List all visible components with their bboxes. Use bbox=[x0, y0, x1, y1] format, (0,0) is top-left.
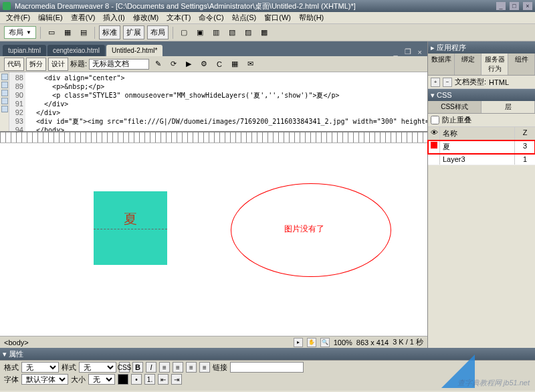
mode-standard[interactable]: 标准 bbox=[99, 25, 120, 39]
layer-name: 夏 bbox=[440, 140, 515, 153]
italic-button[interactable]: I bbox=[146, 362, 156, 373]
name-column-header[interactable]: 名称 bbox=[440, 127, 515, 140]
tool-icon[interactable]: ▭ bbox=[45, 26, 58, 39]
tab-css-styles[interactable]: CSS样式 bbox=[428, 101, 481, 113]
toolbar-icon[interactable]: ▶ bbox=[182, 58, 195, 71]
zoom-level[interactable]: 100% bbox=[334, 338, 352, 347]
z-column-header[interactable]: Z bbox=[515, 127, 535, 140]
menu-text[interactable]: 文本(T) bbox=[163, 12, 194, 23]
css-panel-header[interactable]: ▾ CSS bbox=[428, 89, 535, 101]
view-code-button[interactable]: 代码 bbox=[4, 58, 24, 71]
toolbar-icon[interactable]: ✉ bbox=[243, 58, 257, 71]
minus-icon[interactable]: − bbox=[443, 78, 452, 87]
indent-icon[interactable]: ⇥ bbox=[171, 374, 182, 385]
zoom-tool-icon[interactable]: 🔍 bbox=[320, 338, 330, 347]
menu-site[interactable]: 站点(S) bbox=[229, 12, 260, 23]
tool-icon[interactable]: ▣ bbox=[193, 26, 207, 39]
gutter-icon[interactable] bbox=[1, 106, 8, 112]
css-button[interactable]: CSS bbox=[119, 362, 130, 373]
code-editor[interactable]: <div align="center"> <p>&nbsp;</p> <p cl… bbox=[25, 72, 427, 131]
align-left-icon[interactable]: ≡ bbox=[159, 362, 170, 373]
layer-name: Layer3 bbox=[440, 154, 515, 165]
tag-selector[interactable]: <body> bbox=[4, 338, 29, 347]
tab-layers[interactable]: 层 bbox=[481, 101, 535, 113]
tool-icon[interactable]: ▩ bbox=[257, 26, 271, 39]
doc-close-icon[interactable]: × bbox=[415, 48, 425, 56]
application-panel-header[interactable]: ▸ 应用程序 bbox=[428, 41, 535, 54]
layer-row[interactable]: Layer3 1 bbox=[428, 154, 535, 165]
insert-category-select[interactable]: 布局 ▼ bbox=[4, 26, 36, 39]
align-right-icon[interactable]: ≡ bbox=[186, 362, 197, 373]
gutter-icon[interactable] bbox=[1, 82, 8, 88]
horizontal-ruler bbox=[0, 132, 427, 143]
tab-bindings[interactable]: 绑定 bbox=[455, 54, 481, 75]
page-size: 3 K / 1 秒 bbox=[393, 337, 423, 347]
plus-icon[interactable]: + bbox=[431, 78, 440, 87]
style-select[interactable]: 无 bbox=[79, 362, 116, 373]
tab-server-behaviors[interactable]: 服务器行为 bbox=[481, 54, 508, 75]
minimize-button[interactable]: _ bbox=[496, 2, 506, 10]
menu-file[interactable]: 文件(F) bbox=[3, 12, 33, 23]
doc-minimize-icon[interactable]: _ bbox=[391, 48, 400, 56]
menu-help[interactable]: 帮助(H) bbox=[296, 12, 327, 23]
toolbar-icon[interactable]: ⚙ bbox=[197, 58, 211, 71]
doc-tab[interactable]: tupian.html bbox=[3, 45, 46, 56]
font-select[interactable]: 默认字体 bbox=[21, 374, 68, 385]
outdent-icon[interactable]: ⇤ bbox=[158, 374, 169, 385]
design-view[interactable]: 夏 图片没有了 bbox=[0, 143, 427, 336]
close-button[interactable]: × bbox=[523, 2, 532, 10]
eye-column-header[interactable]: 👁 bbox=[428, 127, 440, 140]
doc-tab-active[interactable]: Untitled-2.html* bbox=[106, 45, 163, 56]
tool-icon[interactable]: ▥ bbox=[209, 26, 223, 39]
gutter-icon[interactable] bbox=[1, 74, 8, 80]
gutter-icon[interactable] bbox=[1, 98, 8, 104]
hand-tool-icon[interactable]: ✋ bbox=[307, 338, 316, 347]
layer-box[interactable]: 夏 bbox=[94, 191, 167, 265]
doc-type-value: HTML bbox=[489, 78, 509, 86]
window-dimensions[interactable]: 863 x 414 bbox=[356, 338, 389, 347]
mode-expanded[interactable]: 扩展 bbox=[123, 25, 144, 39]
tool-icon[interactable]: ▦ bbox=[61, 26, 74, 39]
select-tool-icon[interactable]: ▸ bbox=[294, 338, 303, 347]
link-input[interactable] bbox=[230, 362, 304, 373]
tab-components[interactable]: 组件 bbox=[508, 54, 535, 75]
application-panel-tabs: 数据库 绑定 服务器行为 组件 bbox=[428, 54, 535, 76]
layer-row[interactable]: 夏 3 bbox=[428, 140, 535, 154]
view-design-button[interactable]: 设计 bbox=[48, 58, 68, 71]
menu-edit[interactable]: 编辑(E) bbox=[35, 12, 66, 23]
toolbar-icon[interactable]: C bbox=[213, 58, 226, 71]
align-justify-icon[interactable]: ≡ bbox=[199, 362, 210, 373]
list-ol-icon[interactable]: 1. bbox=[144, 374, 155, 385]
view-split-button[interactable]: 拆分 bbox=[26, 58, 46, 71]
list-ul-icon[interactable]: • bbox=[131, 374, 142, 385]
align-center-icon[interactable]: ≡ bbox=[173, 362, 183, 373]
toolbar-icon[interactable]: ⟳ bbox=[167, 58, 180, 71]
size-select[interactable]: 无 bbox=[88, 374, 115, 385]
tab-database[interactable]: 数据库 bbox=[428, 54, 455, 75]
tool-icon[interactable]: ▤ bbox=[77, 26, 90, 39]
menu-window[interactable]: 窗口(W) bbox=[261, 12, 294, 23]
layer-text: 夏 bbox=[94, 210, 167, 228]
prevent-overlap-checkbox[interactable] bbox=[431, 116, 439, 124]
toolbar-icon[interactable]: ▦ bbox=[228, 58, 241, 71]
format-select[interactable]: 无 bbox=[21, 362, 59, 373]
menu-commands[interactable]: 命令(C) bbox=[195, 12, 227, 23]
color-swatch[interactable] bbox=[118, 374, 128, 385]
page-title-input[interactable] bbox=[89, 59, 149, 70]
doc-tab[interactable]: cengtexiao.html bbox=[47, 45, 105, 56]
dashed-divider bbox=[94, 229, 167, 229]
bold-button[interactable]: B bbox=[132, 362, 143, 373]
layers-header: 👁 名称 Z bbox=[428, 127, 535, 140]
menu-view[interactable]: 查看(V) bbox=[68, 12, 99, 23]
maximize-button[interactable]: □ bbox=[510, 2, 519, 10]
menu-insert[interactable]: 插入(I) bbox=[100, 12, 128, 23]
gutter-icon[interactable] bbox=[1, 90, 8, 96]
doc-restore-icon[interactable]: ❐ bbox=[402, 47, 414, 56]
tool-icon[interactable]: ▢ bbox=[177, 26, 191, 39]
tool-icon[interactable]: ▨ bbox=[241, 26, 255, 39]
tool-icon[interactable]: ▧ bbox=[225, 26, 239, 39]
menu-modify[interactable]: 修改(M) bbox=[130, 12, 163, 23]
font-label: 字体 bbox=[4, 375, 19, 385]
toolbar-icon[interactable]: ✎ bbox=[151, 58, 165, 71]
mode-layout[interactable]: 布局 bbox=[147, 25, 169, 39]
